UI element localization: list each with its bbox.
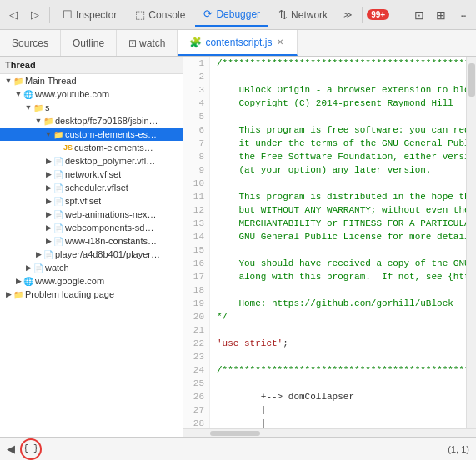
- line-num: 24: [183, 363, 209, 377]
- tree-item-network[interactable]: ▶ 📄 network.vflset: [0, 168, 183, 181]
- code-line: [217, 243, 459, 257]
- line-num: 10: [183, 177, 209, 190]
- tree-item-www-i18n[interactable]: ▶ 📄 www-i18n-constants…: [0, 234, 183, 248]
- line-num: 8: [183, 150, 209, 163]
- tab-inspector[interactable]: ☐ Inspector: [54, 3, 125, 27]
- file-icon: 📄: [53, 170, 63, 179]
- pretty-print-button[interactable]: { }: [20, 438, 42, 460]
- tab-contentscript[interactable]: 🧩 contentscript.js ✕: [178, 30, 298, 56]
- expand-arrow: ▶: [43, 223, 53, 232]
- tree-item-label: custom-elements-es…: [65, 129, 157, 139]
- line-num: 17: [183, 270, 209, 283]
- tree-item-main-thread[interactable]: ▼ 📁 Main Thread: [0, 74, 183, 88]
- expand-arrow: ▶: [23, 263, 33, 272]
- code-line: it under the terms of the GNU General Pu…: [217, 137, 459, 150]
- line-num: 7: [183, 137, 209, 150]
- forward-icon[interactable]: ▷: [25, 5, 45, 25]
- tree-item-youtube[interactable]: ▼ 🌐 www.youtube.com: [0, 88, 183, 101]
- code-line: but WITHOUT ANY WARRANTY; without even t…: [217, 203, 459, 217]
- console-icon: ⬚: [135, 8, 145, 21]
- folder-icon: 📁: [53, 130, 63, 139]
- tree-item-label: player/a4d8b401/player…: [55, 249, 160, 259]
- contentscript-icon: 🧩: [189, 37, 202, 48]
- tab-sources[interactable]: Sources: [0, 30, 61, 56]
- line-num: 26: [183, 390, 209, 403]
- contentscript-tab-label: contentscript.js: [205, 37, 272, 48]
- code-line: [217, 350, 459, 363]
- tree-item-desktop-polymer[interactable]: ▶ 📄 desktop_polymer.vfl…: [0, 154, 183, 168]
- tab-watch[interactable]: ⊡ watch: [117, 30, 178, 56]
- watch-icon: ⊡: [128, 38, 137, 49]
- vertical-scrollbar[interactable]: [466, 57, 476, 428]
- tree-item-spf[interactable]: ▶ 📄 spf.vflset: [0, 194, 183, 208]
- expand-arrow: ▶: [43, 157, 53, 165]
- expand-arrow: ▶: [3, 290, 13, 298]
- scrollbar-thumb[interactable]: [468, 63, 475, 97]
- tree-item-problem[interactable]: ▶ 📁 Problem loading page: [0, 288, 183, 301]
- tree-item-watch[interactable]: ▶ 📄 watch: [0, 261, 183, 274]
- code-line: Home: https://github.com/gorhill/uBlock: [217, 297, 459, 310]
- tree-item-desktop-fc7b[interactable]: ▼ 📁 desktop/fc7b0168/jsbin…: [0, 114, 183, 128]
- horizontal-scrollbar[interactable]: [183, 428, 476, 437]
- code-line: [217, 177, 459, 190]
- close-tab-icon[interactable]: ✕: [275, 37, 285, 48]
- code-line: This program is distributed in the hope …: [217, 190, 459, 203]
- folder-icon: 📁: [13, 290, 23, 299]
- tree-item-label: desktop_polymer.vfl…: [65, 156, 155, 166]
- tree-item-label: Problem loading page: [25, 289, 114, 299]
- line-num: 4: [183, 97, 209, 110]
- globe-icon: 🌐: [23, 277, 33, 286]
- tree-item-s[interactable]: ▼ 📁 s: [0, 101, 183, 114]
- code-line: |: [217, 403, 459, 417]
- line-num: 6: [183, 123, 209, 137]
- code-line: +--> domCollapser: [217, 390, 459, 403]
- main-toolbar: ◁ ▷ ☐ Inspector ⬚ Console ⟳ Debugger ⇅ N…: [0, 0, 476, 30]
- tab-debugger[interactable]: ⟳ Debugger: [195, 3, 268, 27]
- tree-item-custom-elements-js[interactable]: JS custom-elements…: [0, 141, 183, 154]
- file-icon: 📄: [53, 197, 63, 206]
- more-options-icon[interactable]: ···: [453, 5, 473, 25]
- responsive-icon[interactable]: ⊡: [409, 5, 429, 25]
- tree-item-label: desktop/fc7b0168/jsbin…: [55, 116, 158, 126]
- tree-item-label: custom-elements…: [74, 142, 153, 152]
- more-tabs-icon[interactable]: ≫: [338, 5, 358, 25]
- folder-icon: 📁: [43, 117, 53, 126]
- tree-item-label: watch: [45, 262, 69, 272]
- file-icon: 📄: [53, 223, 63, 232]
- main-area: Thread ▼ 📁 Main Thread ▼ 🌐 www.youtube.c…: [0, 57, 476, 437]
- tree-item-label: webcomponents-sd…: [65, 222, 153, 232]
- code-line: [217, 283, 459, 297]
- screenshot-icon[interactable]: ⊞: [431, 5, 451, 25]
- file-tree-sidebar: Thread ▼ 📁 Main Thread ▼ 🌐 www.youtube.c…: [0, 57, 183, 437]
- code-line: [217, 323, 459, 337]
- left-arrow-icon[interactable]: ◀: [7, 442, 15, 455]
- horizontal-scrollbar-thumb[interactable]: [210, 431, 260, 436]
- pretty-print-label: { }: [23, 444, 38, 453]
- outline-tab-label: Outline: [73, 38, 104, 49]
- line-num: 21: [183, 323, 209, 337]
- line-num: 19: [183, 297, 209, 310]
- code-line: uBlock Origin - a browser extension to b…: [217, 83, 459, 97]
- code-line: MERCHANTABILITY or FITNESS FOR A PARTICU…: [217, 217, 459, 230]
- tab-network[interactable]: ⇅ Network: [270, 3, 336, 27]
- expand-arrow: ▶: [43, 197, 53, 205]
- tree-item-scheduler[interactable]: ▶ 📄 scheduler.vflset: [0, 181, 183, 194]
- file-icon: 📄: [53, 157, 63, 166]
- code-line: (at your option) any later version.: [217, 163, 459, 177]
- tree-item-custom-elements-folder[interactable]: ▼ 📁 custom-elements-es…: [0, 128, 183, 141]
- tree-item-webcomponents[interactable]: ▶ 📄 webcomponents-sd…: [0, 221, 183, 234]
- error-badge: 99+: [367, 9, 389, 20]
- tab-outline[interactable]: Outline: [61, 30, 117, 56]
- tree-item-web-animations[interactable]: ▶ 📄 web-animations-nex…: [0, 208, 183, 221]
- line-num: 9: [183, 163, 209, 177]
- line-num: 13: [183, 217, 209, 230]
- tab-console[interactable]: ⬚ Console: [127, 3, 193, 27]
- code-content[interactable]: /***************************************…: [210, 57, 466, 428]
- tree-item-player[interactable]: ▶ 📄 player/a4d8b401/player…: [0, 248, 183, 261]
- code-line: |: [217, 417, 459, 428]
- tree-item-google[interactable]: ▶ 🌐 www.google.com: [0, 274, 183, 288]
- line-num: 1: [183, 57, 209, 70]
- back-icon[interactable]: ◁: [3, 5, 23, 25]
- expand-arrow: ▶: [43, 237, 53, 245]
- code-line: 'use strict';: [217, 337, 459, 350]
